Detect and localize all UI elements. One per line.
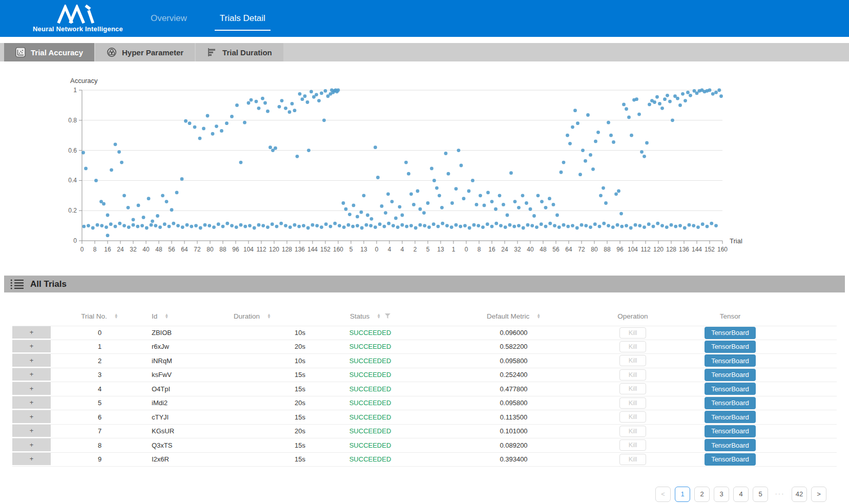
tab-trial-accuracy[interactable]: Trial Accuracy (4, 43, 94, 61)
svg-text:4: 4 (401, 246, 404, 253)
kill-button[interactable]: Kill (619, 383, 647, 394)
kill-button[interactable]: Kill (619, 439, 647, 451)
duration-cell: 15s (197, 453, 307, 467)
tensorboard-button[interactable]: TensorBoard (705, 411, 756, 423)
sort-icon[interactable]: ▲▼ (164, 313, 169, 319)
expand-row-button[interactable]: + (12, 368, 51, 382)
svg-text:64: 64 (565, 246, 572, 253)
duration-cell: 20s (197, 396, 307, 410)
sort-icon[interactable]: ▲▼ (536, 313, 541, 319)
duration-cell: 20s (197, 425, 307, 438)
pagination-page-5[interactable]: 5 (753, 487, 768, 502)
column-header-status: Status▲▼ (307, 312, 433, 320)
expand-row-button[interactable]: + (12, 410, 51, 424)
svg-text:Trial: Trial (730, 237, 742, 245)
svg-text:5: 5 (426, 246, 430, 253)
svg-text:160: 160 (717, 246, 728, 253)
table-body: + 0 ZBIOB 10s SUCCEEDED 0.096000 Kill Te… (12, 326, 837, 467)
sort-icon[interactable]: ▲▼ (267, 313, 271, 319)
trial-id-cell: KGsUR (149, 425, 197, 438)
expand-row-button[interactable]: + (12, 396, 51, 410)
tensor-cell: TensorBoard (671, 438, 789, 452)
trial-no-cell: 9 (51, 453, 149, 467)
trial-id-cell: Q3xTS (149, 438, 197, 452)
svg-text:96: 96 (616, 246, 624, 253)
tensorboard-button[interactable]: TensorBoard (705, 397, 756, 409)
trial-id-cell: ksFwV (149, 368, 197, 382)
filter-icon[interactable] (385, 313, 390, 319)
expand-row-button[interactable]: + (12, 453, 51, 467)
svg-text:120: 120 (269, 246, 279, 253)
kill-button[interactable]: Kill (619, 341, 647, 352)
nni-logo-mark (54, 5, 101, 24)
pagination-page-4[interactable]: 4 (733, 487, 749, 502)
duration-cell: 15s (197, 382, 307, 396)
tensor-cell: TensorBoard (671, 326, 789, 340)
table-row: + 3 ksFwV 15s SUCCEEDED 0.252400 Kill Te… (12, 368, 837, 383)
metric-cell: 0.477800 (433, 382, 594, 396)
expand-row-button[interactable]: + (12, 340, 51, 354)
metric-cell: 0.095800 (433, 354, 594, 368)
tensor-cell: TensorBoard (671, 425, 789, 438)
pagination-page-42[interactable]: 42 (792, 487, 807, 502)
tensorboard-button[interactable]: TensorBoard (705, 453, 756, 466)
svg-text:24: 24 (117, 246, 124, 253)
tensor-cell: TensorBoard (671, 340, 789, 354)
tensorboard-button[interactable]: TensorBoard (705, 425, 756, 437)
tensorboard-button[interactable]: TensorBoard (705, 369, 756, 381)
svg-text:0.6: 0.6 (68, 147, 77, 154)
expand-row-button[interactable]: + (12, 326, 51, 340)
pagination-page-2[interactable]: 2 (694, 487, 710, 502)
svg-text:128: 128 (282, 246, 292, 253)
tensor-cell: TensorBoard (671, 354, 789, 368)
svg-text:56: 56 (552, 246, 560, 253)
trial-id-cell: iMdi2 (149, 396, 197, 410)
expand-row-button[interactable]: + (12, 425, 51, 438)
column-label: Default Metric (487, 312, 529, 320)
tensorboard-button[interactable]: TensorBoard (705, 383, 756, 395)
tab-trial-duration[interactable]: Trial Duration (196, 43, 283, 61)
tensorboard-button[interactable]: TensorBoard (705, 439, 756, 451)
view-tab-strip: Trial Accuracy Hyper Parameter Trial Dur… (0, 43, 849, 61)
pagination-page-3[interactable]: 3 (714, 487, 729, 502)
kill-button[interactable]: Kill (619, 454, 647, 465)
pagination-next-button[interactable]: > (811, 487, 826, 502)
svg-text:8: 8 (93, 246, 97, 253)
tensor-cell: TensorBoard (671, 368, 789, 382)
svg-text:144: 144 (692, 246, 702, 253)
tab-hyper-parameter[interactable]: Hyper Parameter (95, 43, 195, 61)
trial-id-cell: ZBIOB (149, 326, 197, 340)
trial-no-cell: 2 (51, 354, 149, 368)
pagination-prev-button[interactable]: < (655, 487, 671, 502)
expand-row-button[interactable]: + (12, 354, 51, 368)
svg-text:112: 112 (256, 246, 266, 253)
tensorboard-button[interactable]: TensorBoard (705, 341, 756, 353)
row-filler (789, 382, 837, 396)
kill-button[interactable]: Kill (619, 411, 647, 423)
column-header-id: Id▲▼ (149, 312, 197, 320)
kill-button[interactable]: Kill (619, 397, 647, 409)
scatter-chart-icon (15, 47, 26, 57)
sort-icon[interactable]: ▲▼ (114, 313, 118, 319)
svg-text:112: 112 (640, 246, 650, 253)
metric-cell: 0.113500 (433, 410, 594, 424)
kill-button[interactable]: Kill (619, 369, 647, 381)
svg-text:32: 32 (514, 246, 521, 253)
table-header-row: Trial No.▲▼Id▲▼Duration▲▼Status▲▼Default… (12, 306, 837, 326)
trial-no-cell: 5 (51, 396, 149, 410)
kill-button[interactable]: Kill (619, 426, 647, 437)
kill-button[interactable]: Kill (619, 327, 647, 339)
tensorboard-button[interactable]: TensorBoard (705, 354, 756, 367)
sort-icon[interactable]: ▲▼ (377, 313, 381, 319)
trial-id-cell: cTYJI (149, 410, 197, 424)
expand-row-button[interactable]: + (12, 438, 51, 452)
svg-text:144: 144 (307, 246, 318, 253)
nav-tab-trials-detail[interactable]: Trials Detail (219, 10, 266, 27)
tensorboard-button[interactable]: TensorBoard (705, 327, 756, 339)
expand-row-button[interactable]: + (12, 382, 51, 396)
duration-cell: 10s (197, 326, 307, 340)
pagination-page-1[interactable]: 1 (675, 487, 690, 502)
column-header-duration: Duration▲▼ (197, 312, 307, 320)
kill-button[interactable]: Kill (619, 355, 647, 366)
nav-tab-overview[interactable]: Overview (150, 10, 188, 27)
